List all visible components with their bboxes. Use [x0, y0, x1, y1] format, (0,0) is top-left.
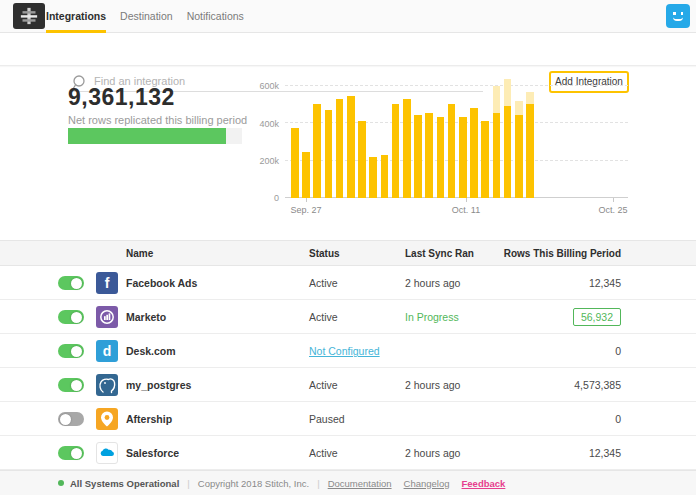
bar-segment-replicated	[358, 121, 366, 198]
rows-cell: 56,932	[480, 300, 621, 334]
toggle-aftership[interactable]	[58, 412, 84, 426]
marketo-icon	[96, 306, 118, 328]
xlabel-oct25: Oct. 25	[583, 205, 643, 215]
documentation-link[interactable]: Documentation	[328, 478, 392, 489]
rows-cell: 0	[480, 402, 621, 436]
ytick-0: 0	[251, 193, 279, 203]
facebook-icon: f	[96, 272, 118, 294]
toggle-facebook-ads[interactable]	[58, 276, 84, 290]
billing-progress-fill	[68, 128, 226, 144]
aftership-icon	[96, 408, 118, 430]
ytick-600k: 600k	[251, 81, 279, 91]
postgres-icon	[96, 374, 118, 396]
salesforce-icon	[96, 442, 118, 464]
table-row-marketo[interactable]: Marketo Active In Progress 56,932	[0, 300, 696, 334]
col-last-sync: Last Sync Ran	[405, 241, 474, 267]
last-sync-cell: In Progress	[405, 300, 459, 334]
bar-segment-replicated	[504, 106, 512, 198]
toggle-my-postgres[interactable]	[58, 378, 84, 392]
stitch-logo	[13, 3, 45, 29]
feedback-link[interactable]: Feedback	[462, 478, 506, 489]
copyright-text: Copyright 2018 Stitch, Inc.	[198, 478, 309, 489]
table-row-salesforce[interactable]: Salesforce Active 2 hours ago 12,345	[0, 436, 696, 470]
table-header: Name Status Last Sync Ran Rows This Bill…	[0, 240, 696, 266]
integration-name: Aftership	[126, 402, 172, 436]
rows-cell: 0	[480, 334, 621, 368]
bar-segment-replicated	[448, 104, 456, 198]
stitch-logo-icon	[16, 5, 42, 27]
xlabel-sep27: Sep. 27	[276, 205, 336, 215]
last-sync-cell: 2 hours ago	[405, 266, 460, 300]
status-cell: Active	[309, 266, 338, 300]
col-status: Status	[309, 241, 340, 267]
bar-segment-replicated	[414, 115, 422, 198]
bar-segment-replicated	[459, 117, 467, 198]
table-row-desk[interactable]: d Desk.com Not Configured 0	[0, 334, 696, 368]
total-rows-caption: Net rows replicated this billing period	[68, 114, 247, 126]
rows-cell: 4,573,385	[480, 368, 621, 402]
bar-segment-replicated	[403, 99, 411, 198]
support-chat-button[interactable]	[666, 4, 690, 28]
xlabel-oct11: Oct. 11	[436, 205, 496, 215]
rows-in-progress-badge: 56,932	[573, 308, 621, 326]
bar-segment-replicated	[336, 99, 344, 198]
toggle-desk[interactable]	[58, 344, 84, 358]
tab-integrations-label: Integrations	[46, 10, 106, 22]
smiley-chat-icon	[672, 12, 684, 21]
integration-name: Salesforce	[126, 436, 179, 470]
status-cell: Active	[309, 436, 338, 470]
bar-segment-replicated	[369, 157, 377, 198]
changelog-link[interactable]: Changelog	[404, 478, 450, 489]
total-rows-value: 9,361,132	[68, 84, 175, 111]
xtick-sep27	[306, 198, 307, 202]
ytick-200k: 200k	[251, 156, 279, 166]
status-footer: All Systems Operational | Copyright 2018…	[0, 470, 696, 495]
bar-segment-replicated	[481, 121, 489, 198]
status-cell: Paused	[309, 402, 345, 436]
toggle-marketo[interactable]	[58, 310, 84, 324]
rows-cell: 12,345	[480, 436, 621, 470]
gridline-600k	[285, 85, 628, 86]
bar-segment-replicated	[515, 115, 523, 198]
bar-segment-replicated	[291, 128, 299, 198]
last-sync-cell: 2 hours ago	[405, 368, 460, 402]
table-row-my-postgres[interactable]: my_postgres Active 2 hours ago 4,573,385	[0, 368, 696, 402]
tab-destination[interactable]: Destination	[120, 0, 173, 33]
nav-tabs: Integrations Destination Notifications	[46, 0, 258, 33]
ytick-400k: 400k	[251, 119, 279, 129]
bar-segment-replicated	[325, 110, 333, 199]
toggle-salesforce[interactable]	[58, 446, 84, 460]
top-nav: Integrations Destination Notifications	[0, 0, 696, 33]
system-status-dot	[58, 480, 64, 486]
bar-segment-replicated	[392, 104, 400, 198]
tab-notifications-label: Notifications	[187, 10, 244, 22]
tab-notifications[interactable]: Notifications	[187, 0, 244, 33]
xtick-oct25	[613, 198, 614, 202]
xtick-oct11	[466, 198, 467, 202]
bar-segment-replicated	[437, 117, 445, 198]
system-status-text: All Systems Operational	[70, 478, 179, 489]
col-name: Name	[126, 241, 153, 267]
status-cell: Active	[309, 368, 338, 402]
integration-name: my_postgres	[126, 368, 191, 402]
status-cell: Active	[309, 300, 338, 334]
billing-progress-bar	[68, 128, 242, 144]
table-row-facebook-ads[interactable]: f Facebook Ads Active 2 hours ago 12,345	[0, 266, 696, 300]
col-rows: Rows This Billing Period	[480, 241, 621, 267]
bar-segment-replicated	[347, 96, 355, 198]
not-configured-link[interactable]: Not Configured	[309, 334, 380, 368]
desk-icon: d	[96, 340, 118, 362]
tab-integrations[interactable]: Integrations	[46, 0, 106, 33]
integration-name: Marketo	[126, 300, 166, 334]
rows-bar-chart: 600k 400k 200k 0 Sep. 27 Oct. 11 Oct. 25	[285, 85, 628, 198]
bar-segment-replicated	[302, 152, 310, 198]
bar-segment-replicated	[493, 113, 501, 199]
stitch-dashboard: Integrations Destination Notifications A…	[0, 0, 696, 495]
integration-name: Facebook Ads	[126, 266, 197, 300]
table-row-aftership[interactable]: Aftership Paused 0	[0, 402, 696, 436]
tab-destination-label: Destination	[120, 10, 173, 22]
bar-segment-replicated	[526, 104, 534, 198]
integration-name: Desk.com	[126, 334, 176, 368]
search-bar-row: Add Integration	[0, 33, 696, 66]
last-sync-cell: 2 hours ago	[405, 436, 460, 470]
